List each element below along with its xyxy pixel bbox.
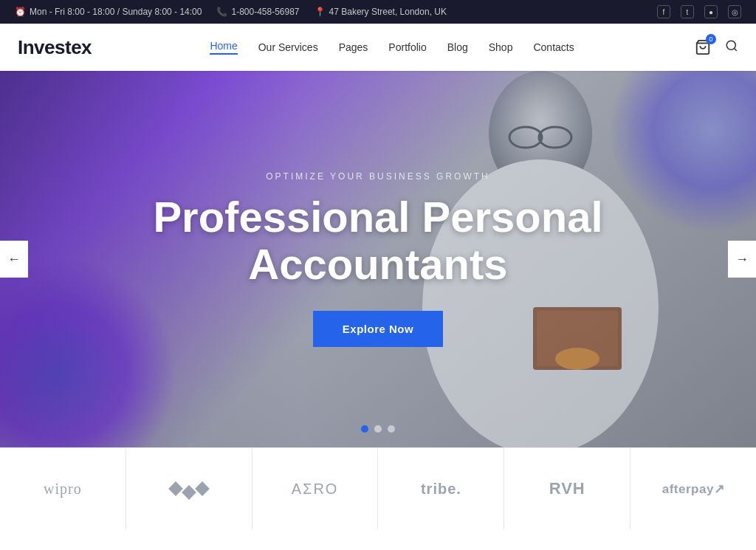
- carousel-dot-2[interactable]: [374, 425, 382, 433]
- top-bar: ⏰ Mon - Fri 8:00 - 18:00 / Sunday 8:00 -…: [0, 0, 756, 24]
- arrow-left-icon: ←: [7, 252, 21, 267]
- web-icon[interactable]: ●: [704, 5, 718, 18]
- nav-home[interactable]: Home: [210, 40, 237, 55]
- diamond-3: [195, 481, 210, 496]
- facebook-icon[interactable]: f: [657, 5, 670, 18]
- top-bar-left: ⏰ Mon - Fri 8:00 - 18:00 / Sunday 8:00 -…: [15, 7, 447, 17]
- header: Investex Home Our Services Pages Portfol…: [0, 24, 756, 71]
- carousel-prev-button[interactable]: ←: [0, 241, 28, 278]
- client-logo-tribe: tribe.: [421, 481, 461, 498]
- nav-pages[interactable]: Pages: [339, 41, 368, 53]
- cart-badge: 0: [706, 34, 716, 44]
- nav-contacts[interactable]: Contacts: [533, 41, 574, 53]
- hours-item: ⏰ Mon - Fri 8:00 - 18:00 / Sunday 8:00 -…: [15, 7, 202, 17]
- search-button[interactable]: [725, 39, 738, 55]
- hero-subtitle: Optimize Your Business Growth: [134, 171, 622, 182]
- phone-icon: 📞: [216, 7, 227, 17]
- address-item: 📍 47 Bakery Street, London, UK: [315, 7, 447, 17]
- phone-item: 📞 1-800-458-56987: [216, 7, 299, 17]
- carousel-next-button[interactable]: →: [728, 241, 756, 278]
- client-logo-rvh: RVH: [549, 479, 585, 498]
- header-right: 0: [693, 37, 738, 58]
- client-afterpay: afterpay↗: [630, 448, 756, 529]
- carousel-dots: [361, 425, 395, 433]
- clock-icon: ⏰: [15, 7, 26, 17]
- location-icon: 📍: [315, 7, 326, 17]
- diamond-1: [168, 481, 183, 496]
- explore-now-button[interactable]: Explore Now: [313, 311, 443, 347]
- clients-bar: wipro AΣRO tribe. RVH afterpay↗: [0, 447, 756, 529]
- client-tribe: tribe.: [378, 448, 504, 529]
- client-logo-diamonds: [171, 480, 207, 498]
- phone-text: 1-800-458-56987: [231, 7, 299, 17]
- main-nav: Home Our Services Pages Portfolio Blog S…: [210, 40, 574, 55]
- hero-section: ← Optimize Your Business Growth Professi…: [0, 71, 756, 447]
- twitter-icon[interactable]: t: [681, 5, 694, 18]
- svg-point-10: [555, 348, 599, 370]
- carousel-dot-1[interactable]: [361, 425, 368, 433]
- client-rvh: RVH: [504, 448, 630, 529]
- nav-our-services[interactable]: Our Services: [258, 41, 318, 53]
- client-logo-wipro: wipro: [44, 481, 82, 498]
- svg-line-2: [734, 48, 736, 50]
- hero-title: Professional Personal Accountants: [134, 193, 622, 288]
- instagram-icon[interactable]: ◎: [728, 5, 741, 18]
- client-aero: AΣRO: [252, 448, 379, 529]
- logo[interactable]: Investex: [18, 36, 92, 59]
- hero-content: Optimize Your Business Growth Profession…: [120, 171, 636, 348]
- carousel-dot-3[interactable]: [388, 425, 395, 433]
- address-text: 47 Bakery Street, London, UK: [329, 7, 447, 17]
- cart-button[interactable]: 0: [693, 37, 713, 58]
- hours-text: Mon - Fri 8:00 - 18:00 / Sunday 8:00 - 1…: [30, 7, 202, 17]
- diamond-2: [182, 485, 196, 500]
- client-wipro: wipro: [0, 448, 126, 529]
- social-links: f t ● ◎: [657, 5, 741, 18]
- nav-portfolio[interactable]: Portfolio: [388, 41, 426, 53]
- arrow-right-icon: →: [735, 252, 749, 267]
- nav-shop[interactable]: Shop: [489, 41, 513, 53]
- client-logo-afterpay: afterpay↗: [662, 481, 725, 497]
- nav-blog[interactable]: Blog: [447, 41, 468, 53]
- client-diamonds: [126, 448, 252, 529]
- svg-point-1: [726, 41, 735, 49]
- client-logo-aero: AΣRO: [292, 481, 339, 498]
